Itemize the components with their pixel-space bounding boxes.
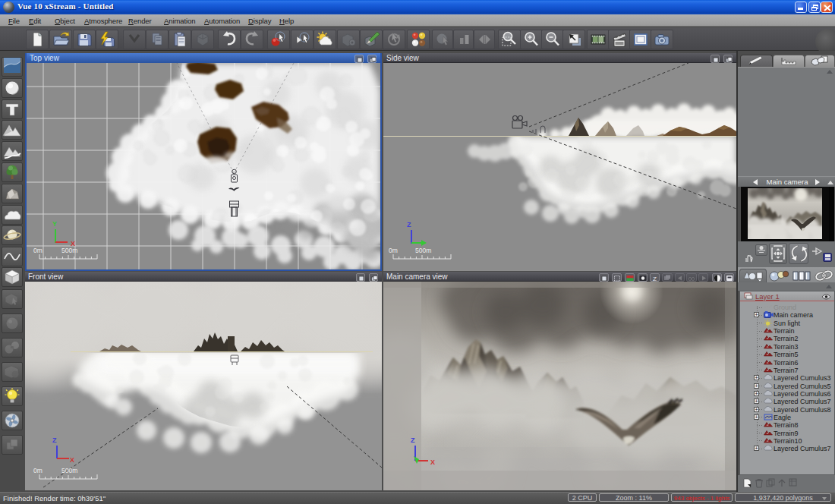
svg-text:Z: Z	[411, 436, 415, 444]
svg-text:0m: 0m	[33, 467, 43, 474]
svg-text:X: X	[430, 458, 435, 466]
svg-text:500m: 500m	[415, 247, 431, 254]
svg-text:500m: 500m	[61, 467, 77, 474]
svg-text:X: X	[70, 456, 74, 464]
svg-text:0m: 0m	[389, 247, 398, 254]
svg-text:Z: Z	[52, 436, 57, 444]
svg-text:00: 00	[688, 276, 695, 281]
svg-text:500m: 500m	[61, 247, 77, 254]
svg-text:Z: Z	[407, 221, 411, 228]
svg-text:Y: Y	[52, 220, 57, 228]
svg-text:0m: 0m	[33, 247, 43, 254]
svg-text:Z: Z	[653, 275, 657, 282]
